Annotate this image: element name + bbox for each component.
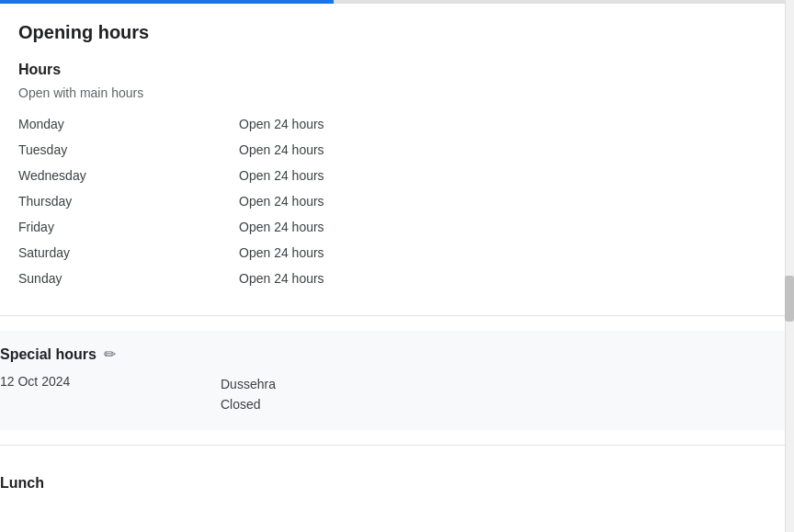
hours-table: MondayOpen 24 hoursTuesdayOpen 24 hoursW…	[18, 111, 757, 291]
special-hours-section: Special hours ✏ 12 Oct 2024 DussehraClos…	[0, 331, 794, 430]
special-hours-title: Special hours	[0, 346, 96, 363]
edit-icon[interactable]: ✏	[104, 345, 116, 363]
status-cell: Open 24 hours	[239, 266, 757, 291]
special-info: DussehraClosed	[221, 374, 276, 415]
day-cell: Monday	[18, 111, 239, 137]
special-status: Closed	[221, 394, 276, 414]
divider-2	[0, 445, 794, 446]
status-cell: Open 24 hours	[239, 137, 757, 163]
status-cell: Open 24 hours	[239, 163, 757, 188]
hours-label: Hours	[18, 62, 757, 78]
scrollbar[interactable]	[785, 0, 794, 532]
table-row: SundayOpen 24 hours	[18, 266, 757, 291]
table-row: WednesdayOpen 24 hours	[18, 163, 757, 188]
day-cell: Thursday	[18, 188, 239, 214]
day-cell: Saturday	[18, 240, 239, 266]
scrollbar-thumb[interactable]	[785, 276, 794, 322]
special-hours-header: Special hours ✏	[0, 345, 794, 363]
page-title: Opening hours	[18, 13, 757, 43]
day-cell: Friday	[18, 214, 239, 240]
special-hours-row: 12 Oct 2024 DussehraClosed	[0, 374, 794, 415]
day-cell: Sunday	[18, 266, 239, 291]
open-with-main-text: Open with main hours	[18, 85, 757, 100]
status-cell: Open 24 hours	[239, 111, 757, 137]
status-cell: Open 24 hours	[239, 240, 757, 266]
main-content: Opening hours Hours Open with main hours…	[0, 4, 785, 300]
status-cell: Open 24 hours	[239, 214, 757, 240]
day-cell: Tuesday	[18, 137, 239, 163]
progress-indicator	[0, 0, 334, 4]
special-date: 12 Oct 2024	[0, 374, 221, 415]
table-row: SaturdayOpen 24 hours	[18, 240, 757, 266]
table-row: ThursdayOpen 24 hours	[18, 188, 757, 214]
day-cell: Wednesday	[18, 163, 239, 188]
special-holiday: Dussehra	[221, 374, 276, 394]
divider-1	[0, 315, 794, 316]
status-cell: Open 24 hours	[239, 188, 757, 214]
lunch-title: Lunch	[0, 475, 794, 492]
top-progress-bar	[0, 0, 794, 4]
table-row: MondayOpen 24 hours	[18, 111, 757, 137]
lunch-section: Lunch	[0, 460, 794, 506]
table-row: TuesdayOpen 24 hours	[18, 137, 757, 163]
table-row: FridayOpen 24 hours	[18, 214, 757, 240]
